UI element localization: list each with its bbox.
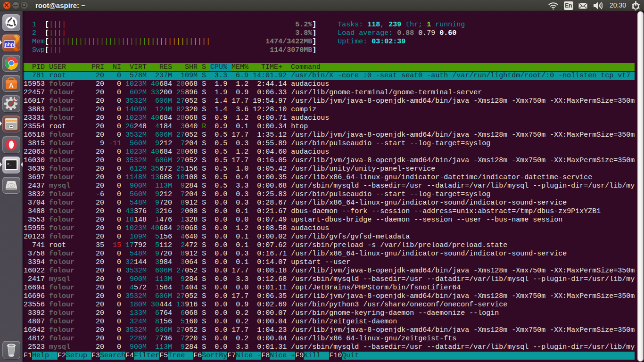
- svg-text:php: php: [5, 41, 14, 47]
- svg-text:A: A: [9, 82, 14, 89]
- svg-text:>_: >_: [7, 162, 12, 166]
